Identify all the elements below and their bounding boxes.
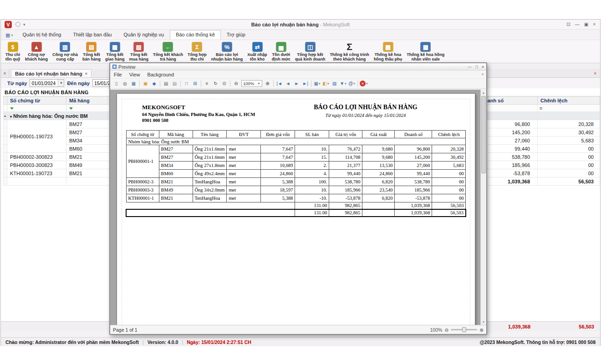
income-expense-button[interactable]: ΣTổng hợp thu chi <box>185 41 209 62</box>
scale-button[interactable]: ⊞ <box>191 80 199 87</box>
vertical-scrollbar[interactable]: ▲ ▼ <box>480 90 486 325</box>
page-setup-button[interactable]: □ <box>183 80 190 87</box>
from-date-input[interactable] <box>30 81 58 86</box>
cell-ma-hang[interactable]: BM27 <box>66 120 111 128</box>
print-button[interactable]: ▤ <box>162 80 170 87</box>
refresh-button[interactable]: ↻ <box>212 80 219 87</box>
chevron-down-icon[interactable]: ▾ <box>482 72 486 76</box>
zoom-slider-thumb[interactable] <box>462 327 466 332</box>
tab-bao-cao-thong-ke[interactable]: Báo cáo thống kê <box>170 30 221 40</box>
cell-ma-hang[interactable]: BM60 <box>66 145 111 153</box>
zoom-in-icon[interactable]: ⊕ <box>479 327 484 333</box>
menu-background[interactable]: Background <box>143 71 178 78</box>
coins-button[interactable]: $Thu chi tồn quỹ <box>3 41 23 62</box>
cell-chenh-lech[interactable]: 30,492 <box>538 128 600 136</box>
low-stock-button[interactable]: ▅Tồn dưới định mức <box>270 41 293 62</box>
preview-maximize-button[interactable]: □ <box>475 65 478 69</box>
zoom-out-icon[interactable]: ⊖ <box>444 327 448 333</box>
search-button[interactable]: ◎ <box>121 80 129 87</box>
page-color-button[interactable]: ◧▾ <box>322 80 330 87</box>
save-button[interactable]: ◆ <box>150 80 158 87</box>
last-page-button[interactable]: ►| <box>301 80 309 87</box>
col-chenh-lech[interactable]: Chênh lệch <box>538 96 600 105</box>
next-page-button[interactable]: ► <box>293 80 300 87</box>
chevron-down-icon[interactable]: ▼ <box>58 80 64 86</box>
watermark-button[interactable]: ▨ <box>331 80 338 87</box>
cell-chenh-lech[interactable]: 00 <box>538 169 600 177</box>
scrollbar-thumb[interactable] <box>481 96 486 173</box>
cell-chenh-lech[interactable]: 5,683 <box>538 136 600 145</box>
close-document-icon[interactable]: × <box>590 71 600 77</box>
header-footer-button[interactable]: ≡ <box>203 80 211 87</box>
filter-funnel-icon[interactable] <box>69 107 73 110</box>
menu-view[interactable]: View <box>126 71 144 78</box>
quick-print-button[interactable]: ▤ <box>171 80 178 87</box>
zoom-slider[interactable] <box>451 329 477 330</box>
open-button[interactable]: ▣ <box>142 80 149 87</box>
app-menu-button[interactable]: ▦▾ <box>5 32 13 38</box>
cell-chenh-lech[interactable]: 20,328 <box>538 120 600 128</box>
table-row[interactable]: KTH00001-190723BM21 <box>4 169 111 177</box>
table-row[interactable]: 185,96600 <box>468 161 600 169</box>
cell-ma-hang[interactable]: BM27 <box>66 128 111 136</box>
multiple-pages-button[interactable]: ▦▾ <box>313 80 321 87</box>
magnifier-button[interactable]: ⊙ <box>220 80 228 87</box>
cell-so-chung-tu[interactable]: KTH00001-190723 <box>7 169 66 177</box>
zoom-out-button[interactable]: ⊖ <box>232 80 240 87</box>
filter-funnel-icon[interactable] <box>10 107 14 110</box>
tab-thiet-lap-ban-dau[interactable]: Thiết lập ban đầu <box>67 30 117 40</box>
cell-chenh-lech[interactable]: 00 <box>538 161 600 169</box>
preview-close-button[interactable]: × <box>482 65 484 69</box>
delivery-summary-button[interactable]: ▦Tổng kết giao hàng <box>103 41 127 62</box>
tab-quan-tri-he-thong[interactable]: Quản trị hệ thống <box>16 30 67 40</box>
collapse-icon[interactable]: ▾ <box>10 115 12 119</box>
sigma-button[interactable]: ΣThống kê công trình theo khách hàng <box>327 41 372 62</box>
zoom-in-button[interactable]: ⊕ <box>264 80 271 87</box>
first-page-button[interactable]: |◄ <box>275 80 283 87</box>
table-row[interactable]: -53,87800 <box>468 169 600 177</box>
close-tab-icon[interactable]: × <box>85 71 87 76</box>
filter-cell[interactable]: = <box>538 105 600 112</box>
col-so-chung-tu[interactable]: Số chứng từ <box>7 96 66 105</box>
sales-summary-button[interactable]: ▤Tổng kết bán hàng <box>80 41 103 62</box>
col-ma-hang[interactable]: Mã hàng <box>66 96 111 105</box>
filter-cell[interactable] <box>7 105 66 112</box>
table-row[interactable]: 27,0605,683 <box>468 136 600 145</box>
scroll-up-icon[interactable]: ▲ <box>481 90 486 96</box>
document-map-button[interactable]: ▯ <box>112 80 120 87</box>
group-row[interactable] <box>468 112 600 120</box>
preview-minimize-button[interactable]: — <box>468 65 472 69</box>
from-date-picker[interactable]: ▼ <box>30 79 64 87</box>
previous-page-button[interactable]: ◄ <box>284 80 292 87</box>
table-row[interactable]: PBH00003-300823BM49 <box>4 161 111 169</box>
menu-file[interactable]: File <box>110 71 126 78</box>
table-row[interactable]: PBH00002-300823BM21 <box>4 153 111 161</box>
filter-equals-icon[interactable]: = <box>540 106 542 111</box>
preview-title-bar[interactable]: Preview — □ × <box>110 63 486 71</box>
customize-button[interactable]: ▦ <box>130 80 138 87</box>
tab-quan-ly-nghiep-vu[interactable]: Quản lý nghiệp vụ <box>117 30 170 40</box>
zoom-combo[interactable]: 100%▼ <box>241 80 262 87</box>
table-row[interactable]: PBH00001-190723BM27 <box>4 120 111 128</box>
cell-chenh-lech[interactable]: 00 <box>538 153 600 161</box>
cell-so-chung-tu[interactable]: PBH00001-190723 <box>7 120 66 153</box>
table-row[interactable]: 145,20030,492 <box>468 128 600 136</box>
table-row[interactable]: 99,44000 <box>468 145 600 153</box>
supplier-debt-button[interactable]: ▥Công nợ nhà cung cấp <box>50 41 80 62</box>
sales-commission-button[interactable]: ▦Thống kê hoa hồng nhân viên sale <box>404 41 447 62</box>
table-row[interactable]: 96,80020,328 <box>468 120 600 128</box>
cell-so-chung-tu[interactable]: PBH00002-300823 <box>7 153 66 161</box>
scroll-down-icon[interactable]: ▼ <box>481 319 486 325</box>
customer-debt-button[interactable]: ▲Công nợ khách hàng <box>23 41 50 62</box>
customer-return-button[interactable]: ←Tổng kết khách trả hàng <box>151 41 185 62</box>
cell-ma-hang[interactable]: BM34 <box>66 136 111 145</box>
inventory-in-out-button[interactable]: ⇄Xuất nhập tồn kho <box>245 41 270 62</box>
cell-ma-hang[interactable]: BM21 <box>66 169 111 177</box>
table-row[interactable]: 538,78000 <box>468 153 600 161</box>
cell-ma-hang[interactable]: BM21 <box>66 153 111 161</box>
export-button[interactable]: ▼▾ <box>339 80 347 87</box>
document-tab-active[interactable]: Báo cáo lợi nhuận bán hàng × <box>11 69 92 77</box>
subcontractor-commission-button[interactable]: ▦Thống kê hoa hồng thầu phụ <box>372 41 404 62</box>
business-result-button[interactable]: ◫Tổng hợp kết quả kinh doanh <box>293 41 328 62</box>
tab-tro-giup[interactable]: Trợ giúp <box>221 30 251 40</box>
